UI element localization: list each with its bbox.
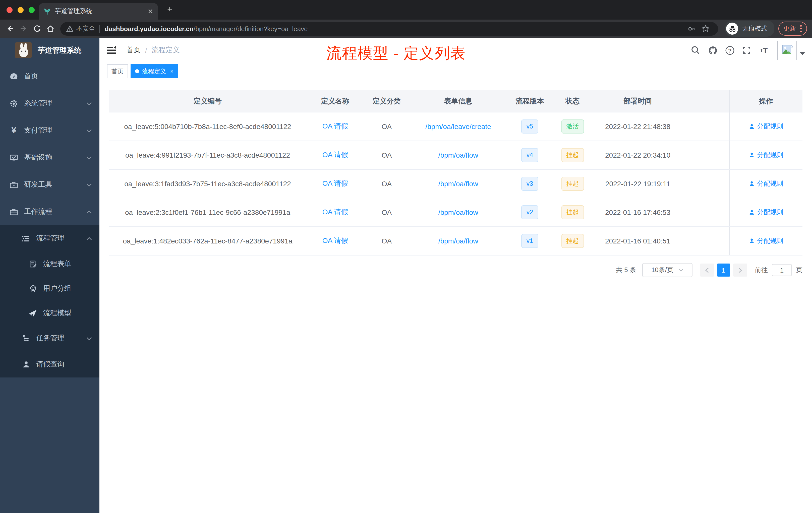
column-deploy-time: 部署时间	[592, 90, 683, 112]
forward-icon[interactable]	[19, 24, 28, 33]
toolbox-icon	[9, 180, 18, 189]
macos-window-controls[interactable]	[6, 7, 35, 13]
tag-process-definition[interactable]: 流程定义 ×	[130, 64, 178, 78]
definition-name-link[interactable]: OA 请假	[322, 122, 348, 130]
person-icon	[749, 209, 755, 215]
home-icon[interactable]	[46, 24, 55, 33]
browser-menu-kebab-icon[interactable]	[800, 25, 802, 33]
assign-rule-link[interactable]: 分配规则	[749, 151, 783, 160]
minimize-window-button[interactable]	[18, 7, 24, 13]
sidebar-item-user-group[interactable]: 用户分组	[0, 276, 99, 301]
column-definition-name: 定义名称	[306, 90, 364, 112]
reload-icon[interactable]	[33, 24, 41, 33]
sidebar-item-leave-query[interactable]: 请假查询	[0, 351, 99, 378]
form-info-link[interactable]: /bpm/oa/flow	[438, 208, 478, 216]
svg-text:?: ?	[728, 47, 731, 54]
form-info-link[interactable]: /bpm/oa/flow	[438, 180, 478, 188]
sidebar-collapse-icon[interactable]	[107, 45, 116, 55]
caret-down-icon[interactable]	[800, 52, 805, 55]
search-icon[interactable]	[691, 45, 700, 55]
font-size-icon[interactable]: TT	[759, 45, 769, 55]
assign-rule-link[interactable]: 分配规则	[749, 208, 783, 217]
form-info-link[interactable]: /bpm/oa/flow	[438, 151, 478, 159]
status-badge: 挂起	[561, 234, 584, 248]
cell-definition-id: oa_leave:3:1fad3d93-7b75-11ec-a3c8-acde4…	[109, 170, 306, 198]
cell-spacer	[683, 198, 729, 227]
table-row: oa_leave:2:3c1f0ef1-76b1-11ec-9c66-a2380…	[109, 198, 803, 227]
url-domain[interactable]: dashboard.yudao.iocoder.cn	[105, 25, 194, 32]
back-icon[interactable]	[5, 24, 14, 33]
form-info-link[interactable]: /bpm/oa/leave/create	[425, 122, 491, 130]
sidebar-item-label: 基础设施	[24, 153, 52, 162]
sidebar-item-process-form[interactable]: 流程表单	[0, 251, 99, 276]
breadcrumb-home[interactable]: 首页	[126, 46, 141, 55]
person-icon	[749, 152, 755, 158]
definition-name-link[interactable]: OA 请假	[322, 208, 348, 216]
sidebar-item-task-management[interactable]: 任务管理	[0, 325, 99, 351]
url-divider	[99, 25, 100, 32]
sidebar-item-label: 流程管理	[36, 234, 64, 243]
form-info-link[interactable]: /bpm/oa/flow	[438, 237, 478, 245]
goto-label: 前往	[755, 266, 768, 275]
sidebar-item-payment[interactable]: ¥ 支付管理	[0, 117, 99, 144]
sidebar-item-workflow[interactable]: 工作流程	[0, 198, 99, 225]
help-icon[interactable]: ?	[725, 45, 735, 55]
not-secure-label[interactable]: 不安全	[76, 24, 95, 33]
browser-update-button[interactable]: 更新	[778, 22, 807, 36]
sidebar-item-dev-tools[interactable]: 研发工具	[0, 171, 99, 198]
page-size-select[interactable]: 10条/页	[642, 263, 693, 277]
new-tab-button[interactable]: +	[164, 4, 175, 15]
not-secure-warning-icon[interactable]	[66, 25, 73, 32]
pagination-total: 共 5 条	[616, 266, 636, 275]
briefcase-icon	[9, 208, 18, 216]
next-page-button[interactable]	[733, 264, 747, 277]
definition-name-link[interactable]: OA 请假	[322, 179, 348, 187]
definition-name-link[interactable]: OA 请假	[322, 236, 348, 244]
fullscreen-icon[interactable]	[742, 45, 752, 55]
browser-tab[interactable]: 芋道管理系统 ✕	[39, 3, 158, 20]
bookmark-star-icon[interactable]	[701, 24, 709, 33]
sidebar-item-home[interactable]: 首页	[0, 63, 99, 90]
chevron-down-icon	[86, 129, 92, 132]
sidebar-logo[interactable]: 芋道管理系统	[0, 38, 99, 63]
sidebar-item-system[interactable]: 系统管理	[0, 90, 99, 117]
dashboard-icon	[9, 72, 18, 81]
update-label[interactable]: 更新	[783, 24, 796, 33]
chevron-down-icon	[86, 183, 92, 186]
tag-home[interactable]: 首页	[107, 64, 128, 78]
cell-definition-id: oa_leave:1:482ec033-762a-11ec-8477-a2380…	[109, 227, 306, 255]
zoom-window-button[interactable]	[29, 7, 35, 13]
app-title: 芋道管理系统	[38, 46, 81, 55]
address-bar[interactable]: 不安全 dashboard.yudao.iocoder.cn/bpm/manag…	[60, 22, 718, 35]
goto-page-input[interactable]	[772, 264, 792, 276]
person-icon	[749, 238, 755, 244]
avatar[interactable]	[777, 40, 797, 60]
assign-rule-link[interactable]: 分配规则	[749, 179, 783, 188]
tag-close-icon[interactable]: ×	[170, 68, 174, 74]
gear-icon	[9, 99, 18, 108]
key-icon[interactable]	[688, 24, 696, 33]
prev-page-button[interactable]	[700, 264, 714, 277]
version-badge: v3	[522, 177, 538, 191]
sidebar-item-process-management[interactable]: 流程管理	[0, 225, 99, 251]
chevron-down-icon	[86, 102, 92, 105]
sidebar-item-process-model[interactable]: 流程模型	[0, 301, 99, 325]
assign-rule-link[interactable]: 分配规则	[749, 122, 783, 131]
url-path[interactable]: /bpm/manager/definition?key=oa_leave	[194, 25, 308, 32]
definition-name-link[interactable]: OA 请假	[322, 151, 348, 159]
assign-rule-link[interactable]: 分配规则	[749, 236, 783, 245]
sidebar-item-label: 任务管理	[36, 334, 64, 343]
column-process-version: 流程版本	[507, 90, 552, 112]
tab-close-icon[interactable]: ✕	[148, 7, 153, 15]
page-number-active[interactable]: 1	[717, 264, 730, 277]
close-window-button[interactable]	[6, 7, 12, 13]
sidebar-item-infrastructure[interactable]: 基础设施	[0, 144, 99, 171]
cell-definition-category: OA	[364, 170, 409, 198]
version-badge: v5	[522, 119, 538, 133]
sidebar-item-label: 支付管理	[24, 126, 52, 135]
chevron-down-icon	[86, 156, 92, 159]
page-content: 定义编号 定义名称 定义分类 表单信息 流程版本 状态 部署时间 操作	[99, 80, 812, 513]
active-dot-icon	[135, 69, 139, 73]
github-icon[interactable]	[707, 45, 718, 55]
cell-definition-category: OA	[364, 141, 409, 170]
